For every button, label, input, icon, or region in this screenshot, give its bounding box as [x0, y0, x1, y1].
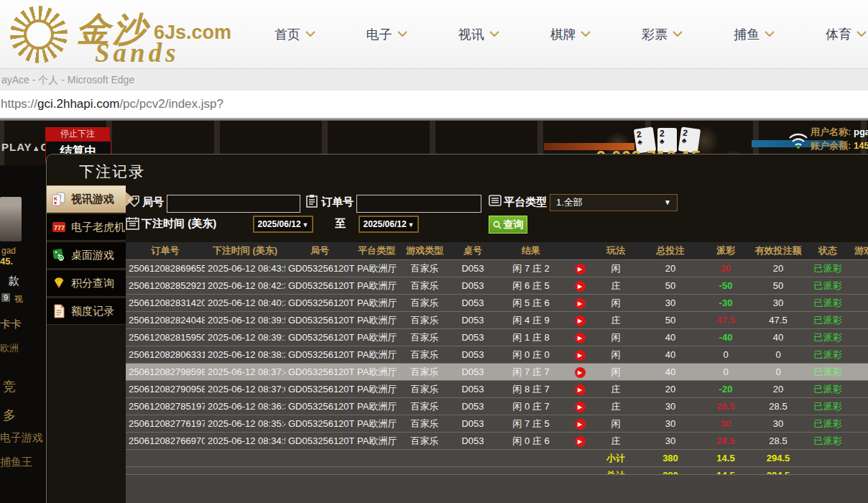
cell-platform: PA欧洲厅: [354, 312, 399, 328]
replay-button[interactable]: ▶: [575, 384, 586, 395]
cell-result: 闲 7 庄 7: [495, 364, 567, 380]
replay-button[interactable]: ▶: [575, 367, 586, 378]
cell-total: 50: [639, 277, 702, 294]
address-bar[interactable]: https://gci.2hhapi.com/pc/pcv2/index.jsp…: [0, 91, 868, 118]
nav-item-1[interactable]: 首页: [273, 22, 317, 47]
cell-game: 百家乐: [399, 329, 451, 346]
header-cell: 下注时间 (美东): [205, 242, 285, 259]
window-titlebar[interactable]: ayAce - 个人 - Microsoft Edge: [0, 68, 868, 91]
cell-time: 2025-06-12 08:37:05: [205, 381, 285, 397]
chevron-down-icon: [857, 31, 867, 37]
lobby-fragment: 竞: [3, 378, 16, 395]
cell-platform: PA欧洲厅: [354, 277, 399, 294]
cell-game: 百家乐: [399, 295, 451, 311]
nav-item-2[interactable]: 电子: [365, 22, 409, 47]
cell-total: 20: [639, 260, 702, 277]
sidebar-item-label: 视讯游戏: [71, 193, 114, 206]
sidebar-item-label: 额度记录: [71, 305, 114, 318]
cell-play: ▶: [567, 364, 593, 380]
replay-button[interactable]: ▶: [575, 436, 586, 447]
cell-play: ▶: [567, 346, 593, 363]
table-row[interactable]: 2506120827761972025-06-12 08:35:44GD0532…: [126, 415, 868, 432]
cell-game2: [849, 346, 868, 363]
table-row[interactable]: 2506120827669702025-06-12 08:34:54GD0532…: [126, 432, 868, 449]
date-from-picker[interactable]: 2025/06/12▼: [253, 216, 313, 233]
cell-payout: 47.5: [702, 312, 749, 328]
search-button[interactable]: 查询: [489, 216, 527, 234]
sidebar-item-4[interactable]: 积分查询: [47, 269, 126, 297]
url-path: /pc/pcv2/index.jsp?: [119, 97, 223, 111]
main-nav: 首页电子视讯棋牌彩票捕鱼体育: [263, 0, 868, 68]
table-row[interactable]: 2506120828696552025-06-12 08:43:56GD0532…: [126, 259, 868, 277]
lobby-left-fragments: gad45.款9视卡卡欧洲竞多电子游戏捕鱼王: [0, 157, 47, 503]
table-row[interactable]: 2506120827985982025-06-12 08:37:48GD0532…: [126, 363, 868, 380]
cell-bet: 庄: [593, 398, 639, 415]
nav-item-3[interactable]: 视讯: [457, 22, 501, 47]
nav-item-5[interactable]: 彩票: [640, 22, 684, 47]
cell-order: 250612082776197: [126, 415, 205, 432]
bet-records-modal: 下注记录 9K♥视讯游戏777电子老虎机$桌面游戏积分查询额度记录 局号 订单号…: [47, 154, 868, 503]
cell-round: [285, 467, 354, 474]
cell-round: GD053256120T6: [285, 329, 354, 346]
cell-time: 2025-06-12 08:37:48: [205, 364, 285, 380]
replay-button[interactable]: ▶: [575, 402, 586, 412]
logo-en-text: Sands: [95, 37, 180, 68]
sidebar-item-2[interactable]: 777电子老虎机: [47, 213, 126, 241]
replay-button[interactable]: ▶: [575, 264, 586, 274]
date-to-picker[interactable]: 2025/06/12▼: [359, 216, 419, 233]
replay-button[interactable]: ▶: [575, 350, 586, 361]
sidebar-item-5[interactable]: 额度记录: [47, 297, 126, 325]
bet-time-label: 下注时间 (美东): [142, 217, 216, 231]
chevron-down-icon: ▼: [664, 195, 671, 211]
nav-item-label: 捕鱼: [734, 26, 760, 43]
table-row[interactable]: 2506120827909582025-06-12 08:37:05GD0532…: [126, 380, 868, 397]
info-value: 145.: [854, 140, 868, 151]
cell-platform: [354, 450, 399, 466]
sidebar-item-3[interactable]: $桌面游戏: [47, 241, 126, 269]
replay-button[interactable]: ▶: [575, 298, 586, 309]
cell-valid: 294.5: [749, 450, 807, 466]
table-row[interactable]: 2506120828240482025-06-12 08:39:59GD0532…: [126, 311, 868, 328]
nav-item-7[interactable]: 体育: [824, 22, 868, 47]
header-cell: 总投注: [639, 242, 702, 259]
nav-item-6[interactable]: 捕鱼: [732, 22, 776, 47]
table-row[interactable]: 2506120828314202025-06-12 08:40:36GD0532…: [126, 294, 868, 311]
header-cell: 结果: [495, 242, 567, 259]
table-row[interactable]: 2506120827851972025-06-12 08:36:30GD0532…: [126, 397, 868, 415]
round-input[interactable]: [167, 195, 300, 213]
cell-table: D053: [451, 260, 495, 277]
lobby-fragment: 捕鱼王: [0, 456, 32, 469]
sidebar-item-1[interactable]: 9K♥视讯游戏: [47, 185, 126, 213]
cell-round: GD053256120T5: [285, 346, 354, 363]
cell-payout: -20: [702, 381, 749, 397]
table-row[interactable]: 2506120828063312025-06-12 08:38:25GD0532…: [126, 346, 868, 363]
table-row[interactable]: 2506120828529212025-06-12 08:42:30GD0532…: [126, 277, 868, 294]
cell-table: D053: [451, 381, 495, 397]
cell-game2: [849, 381, 868, 397]
cell-table: D053: [451, 364, 495, 380]
sidebar-item-label: 积分查询: [71, 277, 114, 290]
site-logo[interactable]: 金沙 6Js.com Sands: [10, 3, 247, 66]
cell-table: D053: [451, 277, 495, 294]
replay-button[interactable]: ▶: [575, 281, 586, 292]
replay-button[interactable]: ▶: [575, 315, 586, 326]
cell-result: [495, 450, 567, 466]
replay-button[interactable]: ▶: [575, 333, 586, 343]
header-cell: 状态: [807, 242, 849, 259]
replay-button[interactable]: ▶: [575, 419, 586, 430]
cell-bet: 闲: [593, 415, 639, 432]
order-input[interactable]: [356, 195, 481, 213]
cell-payout: 20: [702, 260, 749, 277]
nav-item-4[interactable]: 棋牌: [548, 22, 592, 47]
screen: 金沙 6Js.com Sands 首页电子视讯棋牌彩票捕鱼体育 ayAce - …: [0, 0, 868, 503]
subtotal-row: 小计38014.5294.5: [126, 449, 868, 466]
header-cell: 局号: [285, 242, 354, 259]
header-cell: 桌号: [451, 242, 495, 259]
cell-table: D053: [451, 295, 495, 311]
cell-game2: [849, 329, 868, 346]
cell-game2: [849, 312, 868, 328]
table-row[interactable]: 2506120828159502025-06-12 08:39:15GD0532…: [126, 328, 868, 346]
platform-select[interactable]: 1.全部 ▼: [550, 194, 678, 211]
cell-order: 250612082852921: [126, 277, 205, 294]
user-info-line: 用户名称: pga: [811, 125, 868, 139]
